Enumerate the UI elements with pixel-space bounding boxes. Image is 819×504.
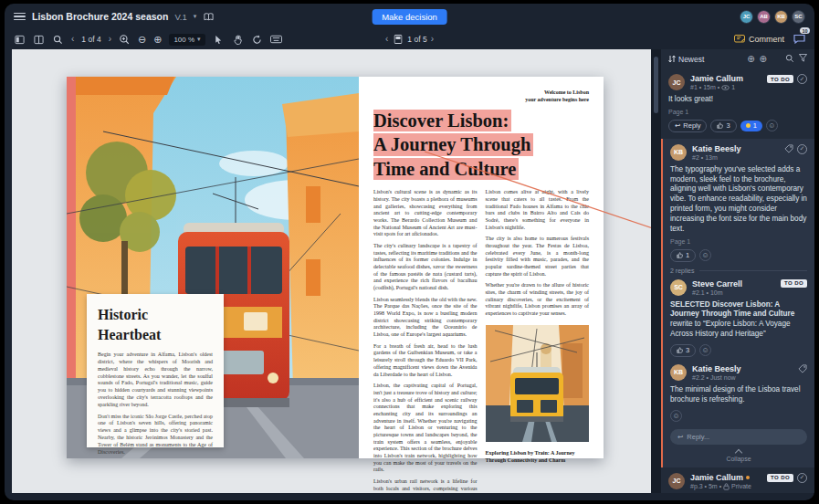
marquee-zoom-icon[interactable]	[119, 34, 131, 46]
comment-body: The typography you've selected adds a mo…	[670, 165, 807, 235]
canvas-scrollbar[interactable]	[651, 49, 661, 493]
add-reaction-icon[interactable]: ☺	[766, 120, 778, 131]
resolve-icon[interactable]: ✓	[797, 144, 807, 154]
rotate-icon[interactable]	[251, 34, 263, 46]
comment-author: Katie Beesly	[692, 364, 793, 373]
prev-file-icon[interactable]: ‹	[385, 35, 388, 44]
next-file-icon[interactable]: ›	[431, 35, 434, 44]
tag-icon[interactable]	[784, 144, 793, 153]
comment-card[interactable]: JC Jamie Callum #p.3 • 5m • Private TO D…	[661, 467, 814, 493]
resolve-icon[interactable]: ✓	[797, 74, 807, 84]
add-reaction-icon[interactable]: ☺	[699, 344, 711, 356]
comment-thread-selected[interactable]: KB Katie Beesly #2 • 13m ✓ The typograph…	[661, 139, 814, 467]
avatar: KB	[670, 364, 687, 381]
search-icon[interactable]	[52, 34, 64, 46]
zoom-level-dropdown[interactable]: 100 % ▾	[169, 34, 205, 46]
title-line-highlight: A Journey Through	[373, 133, 533, 156]
paragraph: The city's culinary landscape is a tapes…	[373, 243, 478, 292]
add-reaction-icon[interactable]: ☺	[670, 410, 682, 422]
comment-author: Steve Carrell	[692, 279, 775, 289]
reply-card[interactable]: SC Steve Carrell #2.1 • 10m TO DO SELECT…	[663, 276, 814, 361]
thumbnails-panel-icon[interactable]	[14, 34, 26, 46]
next-page-icon[interactable]: ›	[109, 35, 111, 44]
photo-caption: Exploring Lisbon by Train: A Journey Thr…	[486, 449, 590, 465]
status-badge[interactable]: TO DO	[781, 279, 807, 288]
comments-header: Newest ⊕ ⊕	[661, 49, 814, 68]
brochure-spread: Historic Heartbeat Begin your adventure …	[67, 77, 604, 458]
zoom-caret-icon: ▾	[197, 36, 201, 43]
page-nav-label: 1 of 4	[81, 35, 100, 44]
expand-all-icon[interactable]: ⊕	[747, 55, 754, 64]
replies-count-label[interactable]: 2 replies	[663, 266, 814, 276]
avatar[interactable]: SC	[792, 10, 805, 24]
comment-button-label: Comment	[749, 35, 784, 44]
reply-card[interactable]: KB Katie Beesly #2.2 • Just now The mini…	[663, 361, 814, 425]
chat-toggle[interactable]: 10	[793, 31, 805, 47]
card-paragraph: Begin your adventure in Alfama, Lisbon's…	[98, 352, 213, 408]
sort-dropdown[interactable]: Newest	[668, 55, 704, 64]
status-badge[interactable]: TO DO	[767, 75, 793, 83]
version-caret-icon[interactable]: ▾	[194, 13, 197, 20]
avatar[interactable]: AB	[757, 10, 771, 24]
unread-dot	[746, 476, 750, 479]
avatar[interactable]: KB	[774, 10, 788, 24]
canvas-scrollbar-thumb[interactable]	[654, 57, 658, 113]
spread-view-icon[interactable]	[33, 34, 45, 46]
comment-button[interactable]: Comment	[734, 35, 784, 44]
comment-card[interactable]: JC Jamie Callum #1 • 15m • 1 TO DO ✓	[661, 68, 814, 139]
collaborator-avatars: JC AB KB SC	[736, 10, 805, 24]
filter-icon[interactable]	[799, 54, 807, 64]
brochure-title[interactable]: Discover Lisbon: A Journey Through Time …	[373, 110, 589, 181]
status-badge[interactable]: TO DO	[767, 474, 793, 482]
collapse-all-icon[interactable]: ⊕	[760, 55, 767, 64]
lock-icon	[723, 483, 730, 490]
zoom-out-icon[interactable]: ⊖	[138, 35, 146, 45]
avatar: SC	[670, 279, 687, 296]
paragraph: Lisbon, the captivating capital of Portu…	[373, 383, 478, 474]
thumbs-up-reaction[interactable]: 1	[670, 249, 696, 262]
add-reaction-icon[interactable]: ☺	[699, 249, 711, 261]
top-bar: Lisbon Brochure 2024 season V.1 ▾ Make d…	[5, 4, 814, 29]
toolbar: ‹ 1 of 4 › ⊖ ⊕ 100 % ▾	[5, 29, 814, 49]
hand-tool-icon[interactable]	[232, 34, 244, 46]
keyboard-shortcuts-icon[interactable]	[270, 34, 282, 46]
comments-sidebar: Newest ⊕ ⊕ JC Jamie Callum	[661, 49, 814, 493]
comment-body: SELECTED Discover Lisbon: A Journey Thro…	[670, 300, 807, 340]
welcome-note: Welcome to Lisbon your adventure begins …	[373, 89, 589, 104]
thumbs-up-reaction[interactable]: 3	[670, 344, 696, 357]
comment-meta: #2.1 • 10m	[692, 289, 723, 296]
version-label[interactable]: V.1	[174, 12, 186, 22]
yellow-tram-photo	[486, 325, 589, 442]
thumbs-up-reaction[interactable]: 3	[710, 120, 736, 132]
seen-count: 1	[731, 84, 735, 90]
avatar[interactable]: JC	[740, 10, 753, 24]
reader-view-icon[interactable]	[203, 11, 215, 23]
seen-eye-icon	[721, 85, 730, 90]
prev-page-icon[interactable]: ‹	[71, 35, 74, 44]
select-cursor-icon[interactable]	[213, 34, 225, 46]
collapse-thread-button[interactable]: Collapse	[663, 446, 814, 467]
file-icon	[392, 34, 404, 46]
comment-page-ref[interactable]: Page 1	[668, 109, 807, 115]
comment-meta: #2.2 • Just now	[692, 374, 736, 381]
brochure-left-page: Historic Heartbeat Begin your adventure …	[67, 77, 359, 458]
bulb-reaction[interactable]: 1	[740, 121, 762, 131]
hamburger-menu-icon[interactable]	[14, 13, 26, 21]
chat-badge: 10	[800, 27, 810, 34]
reply-button[interactable]: ↩ Reply	[668, 120, 707, 132]
comment-page-ref[interactable]: Page 1	[670, 238, 807, 245]
title-line-highlight: Discover Lisbon:	[373, 110, 511, 132]
avatar: JC	[668, 74, 685, 90]
reply-input[interactable]: ↩ Reply...	[670, 429, 807, 445]
privacy-label: Private	[731, 483, 751, 489]
chat-bubble-icon	[793, 34, 805, 44]
resolve-icon[interactable]: ✓	[797, 473, 807, 483]
title-line-highlight: Time and Culture	[373, 158, 519, 181]
make-decision-button[interactable]: Make decision	[372, 9, 447, 25]
search-comments-icon[interactable]	[785, 54, 794, 65]
document-canvas[interactable]: Historic Heartbeat Begin your adventure …	[12, 49, 651, 493]
document-title: Lisbon Brochure 2024 season	[32, 11, 168, 22]
zoom-in-icon[interactable]: ⊕	[153, 35, 162, 45]
bulb-icon	[746, 123, 751, 128]
tag-icon[interactable]	[798, 364, 807, 373]
